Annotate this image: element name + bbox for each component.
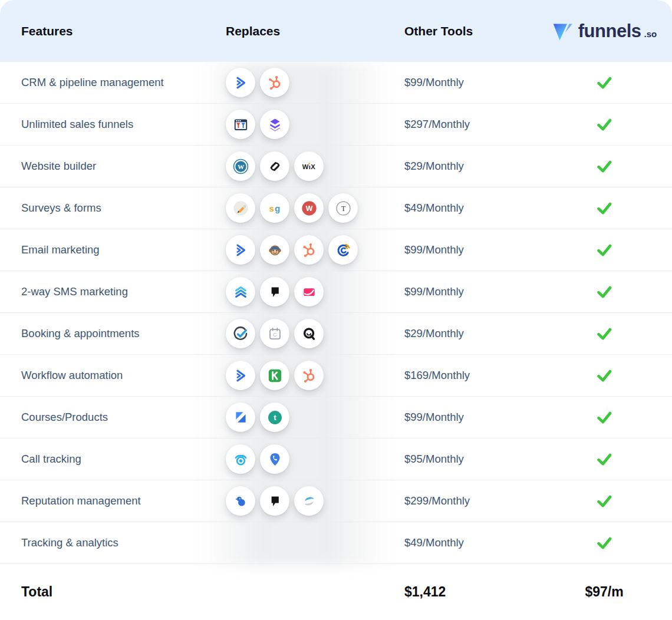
included-check-icon [595,367,613,384]
hubspot-badge [294,361,324,390]
svg-text:t: t [274,413,276,422]
total-other-tools: $1,412 [383,584,536,600]
leadpages-badge [260,110,289,139]
svg-text:T: T [341,204,345,212]
replaces-tools [226,444,383,474]
replaces-tools [226,110,383,139]
hubspot-icon [267,75,283,91]
swoosh-icon [301,493,317,509]
table-row: Workflow automation $169/Monthly [0,355,672,397]
wix-icon: WıX [301,159,317,174]
included-check-icon [595,534,613,552]
activecampaign-icon [233,75,249,91]
typeform-icon: T [335,200,351,216]
hubspot-badge [260,68,289,97]
swoosh-badge [294,486,324,516]
callrail-badge [226,444,255,474]
typeform-badge: T [328,193,358,223]
funnels-included-cell [536,74,672,91]
mailchimp-badge [260,235,289,265]
funnel-logo-icon [552,21,573,42]
table-row: Website builder WWıX $29/Monthly [0,146,672,187]
envelope-badge [294,277,324,306]
keap-icon [267,368,283,384]
activecampaign-icon [233,242,249,258]
check-circle-icon [233,326,249,342]
check-circle-badge [226,319,255,348]
pencil-form-badge [226,193,255,223]
feature-label: 2-way SMS marketing [0,285,226,298]
feature-label: Website builder [0,160,226,173]
activecampaign-badge [226,361,255,390]
quote-bubble-icon [267,493,283,509]
surveygizmo-badge: sg [260,193,289,223]
replaces-tools: t [226,403,383,432]
wufoo-icon: W [301,200,317,216]
kajabi-icon [233,410,249,426]
constantcontact-badge [328,235,358,265]
table-row: Reputation management $299/Monthly [0,480,672,522]
table-row: CRM & pipeline management $99/Monthly [0,62,672,104]
funnels-logo: funnels .so [536,21,672,42]
included-check-icon [595,241,613,259]
replaces-tools [226,486,383,516]
comparison-table-card: Features Replaces Other Tools [0,0,672,620]
other-tools-price: $95/Monthly [383,453,536,466]
replaces-tools: sgWT [226,193,383,223]
other-tools-price: $29/Monthly [383,327,536,340]
other-tools-price: $99/Monthly [383,285,536,298]
quote-bubble-icon [267,284,283,300]
kajabi-badge [226,403,255,432]
squarespace-badge [260,151,289,181]
feature-label: Reputation management [0,494,226,507]
funnels-included-cell [536,157,672,175]
funnels-included-cell [536,283,672,301]
feature-label: CRM & pipeline management [0,76,226,89]
table-header: Features Replaces Other Tools [0,0,672,62]
table-row: Call tracking $95/Monthly [0,438,672,480]
funnels-included-cell [536,116,672,133]
total-row: Total $1,412 $97/m [0,564,672,620]
birdeye-icon [233,493,249,509]
other-tools-price: $299/Monthly [383,494,536,507]
quote-bubble-badge [260,486,289,516]
clickfunnels-badge [226,110,255,139]
feature-label: Workflow automation [0,369,226,382]
other-tools-price: $99/Monthly [383,411,536,424]
wordpress-icon: W [233,159,249,174]
feature-label: Surveys & forms [0,202,226,215]
hubspot-icon [301,368,317,384]
wufoo-badge: W [294,193,324,223]
svg-text:W: W [305,205,312,213]
funnels-included-cell [536,367,672,384]
replaces-tools [226,361,383,390]
surveygizmo-icon: sg [267,200,283,216]
table-body: CRM & pipeline management $99/Monthly Un… [0,62,672,564]
table-row: Surveys & forms sgWT $49/Monthly [0,187,672,229]
column-header-replaces: Replaces [226,24,383,38]
feature-label: Courses/Products [0,411,226,424]
other-tools-price: $49/Monthly [383,536,536,549]
envelope-icon [301,284,317,300]
calendar-badge: C [260,319,289,348]
wordpress-badge: W [226,151,255,181]
table-row: Tracking & analytics $49/Monthly [0,522,672,564]
wix-badge: WıX [294,151,324,181]
pencil-form-icon [233,200,249,216]
table-row: Email marketing $99/Monthly [0,229,672,271]
acuity-badge [294,319,324,348]
other-tools-price: $49/Monthly [383,202,536,215]
other-tools-price: $29/Monthly [383,160,536,173]
constantcontact-icon [335,242,351,258]
included-check-icon [595,283,613,301]
svg-text:g: g [274,203,279,213]
feature-label: Email marketing [0,243,226,256]
column-header-other-tools: Other Tools [383,24,536,38]
keap-badge [260,361,289,390]
leadpages-icon [267,117,283,133]
sms-chevrons-icon [233,284,249,300]
feature-label: Booking & appointments [0,327,226,340]
svg-text:W: W [237,163,244,170]
feature-label: Call tracking [0,453,226,466]
column-header-features: Features [0,24,226,38]
